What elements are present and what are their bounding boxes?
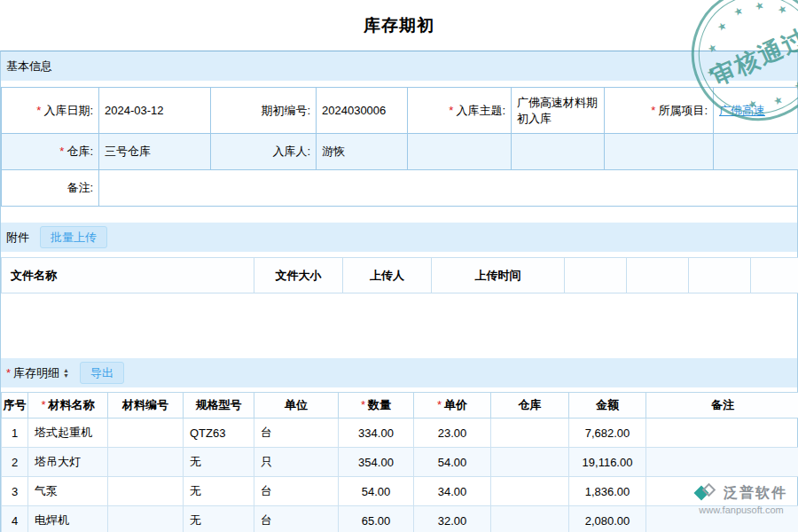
page-title: 库存期初 xyxy=(364,14,434,37)
page-header: 库存期初 xyxy=(0,0,798,51)
col-warehouse-header: 仓库 xyxy=(491,393,569,419)
cell-qty: 354.00 xyxy=(339,448,414,477)
uploader-header: 上传人 xyxy=(343,258,432,293)
cell-warehouse xyxy=(491,506,569,532)
col-price-header: *单价 xyxy=(414,393,491,419)
details-table: 序号 *材料名称 材料编号 规格型号 单位 *数量 *单价 仓库 金额 备注 1… xyxy=(1,392,798,532)
col-spec-header: 规格型号 xyxy=(184,393,254,419)
section-attachments-label: 附件 xyxy=(6,230,29,246)
in-date-label-cell: *入库日期: xyxy=(2,88,99,134)
col-material-name-header: *材料名称 xyxy=(28,393,108,419)
remark-label-cell: 备注: xyxy=(2,170,99,207)
col-price-label: 单价 xyxy=(444,398,467,411)
empty-cell xyxy=(605,134,714,170)
cell-price: 32.00 xyxy=(414,506,491,532)
cell-price: 34.00 xyxy=(414,477,491,506)
vendor-url: www.fanpusoft.com xyxy=(695,505,787,515)
subject-label: 入库主题: xyxy=(456,104,505,117)
remark-value xyxy=(99,170,798,207)
empty-header-cell xyxy=(751,258,798,293)
cell-material-name: 塔式起重机 xyxy=(28,419,108,448)
cell-material-code xyxy=(108,419,184,448)
operator-label: 入库人: xyxy=(272,145,310,158)
section-attachments: 附件 批量上传 xyxy=(1,223,797,252)
project-value-cell: 广佛高速 xyxy=(714,88,798,134)
cell-no: 3 xyxy=(2,477,28,506)
attachments-table: 文件名称 文件大小 上传人 上传时间 xyxy=(1,257,798,293)
export-button[interactable]: 导出 xyxy=(80,362,124,385)
cell-no: 1 xyxy=(2,419,28,448)
cell-qty: 54.00 xyxy=(339,477,414,506)
empty-cell xyxy=(408,134,512,170)
col-qty-header: *数量 xyxy=(339,393,414,419)
empty-header-cell xyxy=(565,258,627,293)
required-mark: * xyxy=(449,104,453,117)
cell-unit: 台 xyxy=(254,419,339,448)
project-label: 所属项目: xyxy=(658,104,708,117)
empty-cell xyxy=(512,134,605,170)
sort-toggle-icon[interactable]: ▲ ▼ xyxy=(63,368,69,379)
cell-amount: 2,080.00 xyxy=(569,506,646,532)
fanpu-logo-icon xyxy=(695,483,718,503)
project-link[interactable]: 广佛高速 xyxy=(719,104,765,117)
detail-row: 4 电焊机 无 台 65.00 32.00 2,080.00 xyxy=(2,506,798,532)
upload-time-header: 上传时间 xyxy=(432,258,565,293)
required-mark: * xyxy=(59,145,64,158)
section-basic-info-label: 基本信息 xyxy=(6,59,52,74)
cell-material-code xyxy=(108,506,184,532)
cell-remark xyxy=(646,448,798,477)
detail-row: 2 塔吊大灯 无 只 354.00 54.00 19,116.00 xyxy=(2,448,798,477)
required-mark: * xyxy=(361,398,365,411)
cell-spec: 无 xyxy=(184,506,254,532)
initial-no-label: 期初编号: xyxy=(261,104,310,117)
details-header-row: 序号 *材料名称 材料编号 规格型号 单位 *数量 *单价 仓库 金额 备注 xyxy=(2,393,798,419)
file-name-header: 文件名称 xyxy=(2,258,254,293)
cell-amount: 1,836.00 xyxy=(569,477,646,506)
cell-no: 4 xyxy=(2,506,28,532)
col-amount-header: 金额 xyxy=(569,393,646,419)
col-qty-label: 数量 xyxy=(368,398,391,411)
cell-qty: 65.00 xyxy=(339,506,414,532)
cell-spec: QTZ63 xyxy=(184,419,254,448)
cell-material-name: 气泵 xyxy=(28,477,108,506)
basic-info-form: *入库日期: 2024-03-12 期初编号: 2024030006 *入库主题… xyxy=(1,87,798,207)
cell-spec: 无 xyxy=(184,448,254,477)
cell-qty: 334.00 xyxy=(339,419,414,448)
cell-price: 23.00 xyxy=(414,419,491,448)
warehouse-label: 仓库: xyxy=(66,145,93,158)
cell-amount: 19,116.00 xyxy=(569,448,646,477)
section-details-label: 库存明细 xyxy=(13,365,59,381)
remark-label: 备注: xyxy=(66,181,93,194)
in-date-label: 入库日期: xyxy=(43,104,93,117)
cell-material-code xyxy=(108,448,184,477)
required-mark: * xyxy=(41,398,45,411)
col-remark-header: 备注 xyxy=(646,393,798,419)
empty-header-cell xyxy=(627,258,689,293)
main-content: 基本信息 *入库日期: 2024-03-12 期初编号: 2024030006 … xyxy=(0,51,798,532)
vendor-watermark: 泛普软件 www.fanpusoft.com xyxy=(695,483,787,515)
col-unit-header: 单位 xyxy=(254,393,339,419)
empty-cell xyxy=(714,134,798,170)
form-row-2: *仓库: 三号仓库 入库人: 游恢 xyxy=(2,134,798,170)
cell-remark xyxy=(646,419,798,448)
cell-warehouse xyxy=(491,448,569,477)
cell-spec: 无 xyxy=(184,477,254,506)
cell-no: 2 xyxy=(2,448,28,477)
sort-down-icon: ▼ xyxy=(63,373,69,379)
cell-warehouse xyxy=(491,477,569,506)
section-basic-info: 基本信息 xyxy=(1,51,797,81)
cell-material-name: 电焊机 xyxy=(28,506,108,532)
detail-row: 1 塔式起重机 QTZ63 台 334.00 23.00 7,682.00 xyxy=(2,419,798,448)
file-size-header: 文件大小 xyxy=(254,258,343,293)
cell-unit: 台 xyxy=(254,477,339,506)
project-label-cell: *所属项目: xyxy=(605,88,714,134)
cell-warehouse xyxy=(491,419,569,448)
required-mark: * xyxy=(6,366,11,379)
cell-material-name: 塔吊大灯 xyxy=(28,448,108,477)
operator-value: 游恢 xyxy=(317,134,408,170)
detail-row: 3 气泵 无 台 54.00 34.00 1,836.00 xyxy=(2,477,798,506)
operator-label-cell: 入库人: xyxy=(211,134,317,170)
batch-upload-button[interactable]: 批量上传 xyxy=(40,226,107,249)
col-no-header: 序号 xyxy=(2,393,28,419)
required-mark: * xyxy=(36,104,41,117)
